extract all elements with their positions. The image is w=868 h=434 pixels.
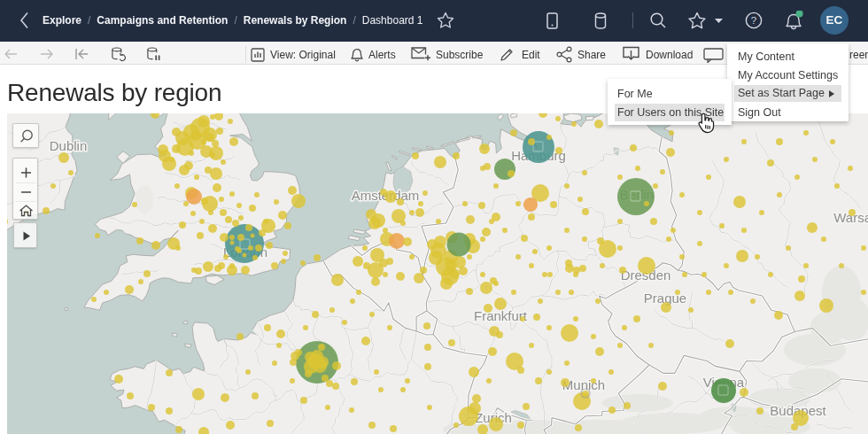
svg-text:?: ? bbox=[751, 15, 756, 26]
